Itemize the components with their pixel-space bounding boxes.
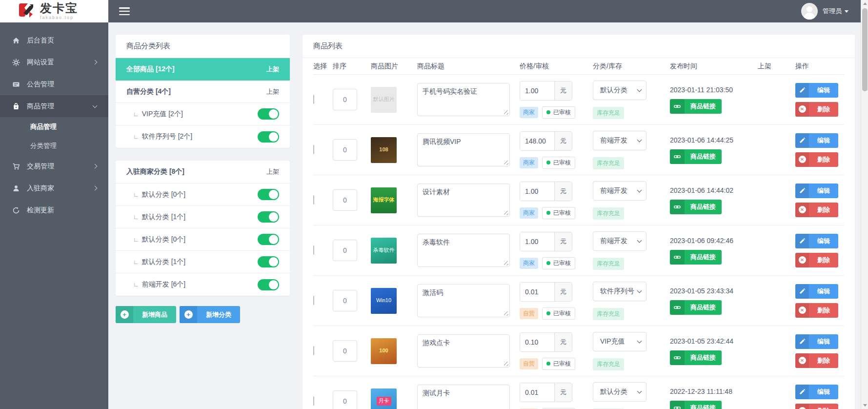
- sidebar-item-merchants[interactable]: 入驻商家: [0, 177, 108, 199]
- sidebar-subitem-product-management[interactable]: 商品管理: [0, 117, 108, 136]
- price-input[interactable]: [520, 232, 554, 251]
- sidebar-subitem-category-management[interactable]: 分类管理: [0, 136, 108, 155]
- product-thumbnail[interactable]: 默认图片: [371, 87, 397, 113]
- product-link-button[interactable]: 商品链接: [670, 149, 722, 164]
- category-select[interactable]: 软件序列号: [593, 282, 646, 301]
- sort-input[interactable]: [333, 240, 357, 261]
- resize-grip[interactable]: [504, 362, 508, 366]
- delete-button[interactable]: ✕ 删除: [795, 303, 838, 318]
- resize-grip[interactable]: [504, 211, 508, 215]
- title-textarea[interactable]: 游戏点卡: [417, 334, 510, 368]
- scrollbar-thumb[interactable]: [862, 8, 868, 91]
- edit-button[interactable]: 编辑: [795, 334, 838, 349]
- price-input[interactable]: [520, 82, 554, 100]
- category-toggle[interactable]: [258, 279, 279, 290]
- category-select[interactable]: 默认分类: [593, 81, 646, 100]
- scroll-up-icon[interactable]: [861, 0, 868, 7]
- product-thumbnail[interactable]: Win10: [371, 288, 397, 314]
- sidebar-item-trade-management[interactable]: 交易管理: [0, 155, 108, 177]
- sort-input[interactable]: [333, 89, 357, 110]
- delete-button[interactable]: ✕ 删除: [795, 102, 838, 117]
- category-select[interactable]: 前端开发: [593, 231, 646, 251]
- price-input[interactable]: [520, 132, 554, 150]
- product-thumbnail[interactable]: 月卡: [371, 389, 397, 409]
- price-input[interactable]: [520, 383, 554, 402]
- sidebar-item-site-settings[interactable]: 网站设置: [0, 51, 108, 73]
- category-toggle[interactable]: [258, 189, 279, 200]
- edit-button[interactable]: 编辑: [795, 284, 838, 299]
- category-toggle[interactable]: [258, 256, 279, 267]
- sort-input[interactable]: [333, 290, 357, 311]
- product-thumbnail[interactable]: 108: [371, 137, 397, 163]
- title-textarea[interactable]: 腾讯视频VIP: [417, 133, 510, 166]
- product-thumbnail[interactable]: 100: [371, 338, 397, 364]
- category-select[interactable]: 前端开发: [593, 181, 646, 201]
- title-textarea[interactable]: 测试月卡: [417, 385, 510, 409]
- delete-button[interactable]: ✕ 删除: [795, 152, 838, 167]
- category-toggle[interactable]: [258, 108, 279, 120]
- row-checkbox[interactable]: [313, 396, 314, 406]
- delete-button[interactable]: ✕ 删除: [795, 353, 838, 368]
- title-textarea[interactable]: 设计素材: [417, 184, 510, 217]
- category-row-child[interactable]: ∟ VIP充值 [2个]: [116, 103, 290, 125]
- category-row-child[interactable]: ∟ 默认分类 [0个]: [116, 228, 290, 251]
- row-checkbox[interactable]: [313, 296, 314, 305]
- category-row-child[interactable]: ∟ 默认分类 [1个]: [116, 251, 290, 273]
- category-row-child[interactable]: ∟ 前端开发 [6个]: [116, 273, 290, 296]
- resize-grip[interactable]: [504, 311, 508, 316]
- category-row-self-group[interactable]: 自营分类 [4个] 上架: [116, 81, 290, 103]
- category-row-all[interactable]: 全部商品 [12个] 上架: [116, 58, 290, 81]
- title-textarea[interactable]: 杀毒软件: [417, 234, 510, 267]
- product-link-button[interactable]: 商品链接: [670, 250, 722, 265]
- category-select[interactable]: 默认分类: [593, 382, 646, 402]
- edit-button[interactable]: 编辑: [795, 133, 838, 148]
- sort-input[interactable]: [333, 340, 357, 362]
- product-link-button[interactable]: 商品链接: [670, 350, 722, 365]
- category-select[interactable]: 前端开发: [593, 131, 646, 150]
- edit-button[interactable]: 编辑: [795, 385, 838, 399]
- add-product-button[interactable]: + 新增商品: [116, 306, 176, 323]
- add-category-button[interactable]: + 新增分类: [180, 306, 240, 323]
- price-input[interactable]: [520, 283, 554, 301]
- edit-button[interactable]: 编辑: [795, 184, 838, 198]
- category-row-child[interactable]: ∟ 软件序列号 [2个]: [116, 125, 290, 148]
- product-link-button[interactable]: 商品链接: [670, 200, 722, 214]
- price-input[interactable]: [520, 333, 554, 351]
- category-row-merchant-group[interactable]: 入驻商家分类 [8个] 上架: [116, 161, 290, 184]
- product-thumbnail[interactable]: 海报字体: [371, 187, 397, 213]
- product-link-button[interactable]: 商品链接: [670, 99, 722, 114]
- row-checkbox[interactable]: [313, 346, 314, 355]
- category-toggle[interactable]: [258, 211, 279, 223]
- product-thumbnail[interactable]: 杀毒软件: [371, 238, 397, 264]
- sort-input[interactable]: [333, 139, 357, 161]
- category-toggle[interactable]: [258, 234, 279, 245]
- price-input[interactable]: [520, 182, 554, 201]
- category-select[interactable]: VIP充值: [593, 332, 646, 351]
- sort-input[interactable]: [333, 390, 357, 409]
- category-row-child[interactable]: ∟ 默认分类 [1个]: [116, 206, 290, 228]
- resize-grip[interactable]: [504, 161, 508, 165]
- scroll-down-icon[interactable]: [861, 402, 868, 409]
- avatar[interactable]: [801, 3, 818, 20]
- sidebar-item-check-update[interactable]: 检测更新: [0, 199, 108, 221]
- admin-dropdown[interactable]: 管理员: [823, 7, 848, 16]
- sidebar-item-announcements[interactable]: 公告管理: [0, 73, 108, 95]
- edit-button[interactable]: 编辑: [795, 83, 838, 98]
- sidebar-item-dashboard[interactable]: 后台首页: [0, 29, 108, 51]
- title-textarea[interactable]: 手机号码实名验证: [417, 83, 510, 116]
- sidebar-item-product-management[interactable]: 商品管理: [0, 95, 108, 117]
- product-link-button[interactable]: 商品链接: [670, 300, 722, 315]
- page-scrollbar[interactable]: [861, 0, 868, 409]
- delete-button[interactable]: ✕ 删除: [795, 253, 838, 267]
- delete-button[interactable]: ✕ 删除: [795, 404, 838, 409]
- logo[interactable]: 发卡宝 fakabao.top: [0, 0, 108, 22]
- category-toggle[interactable]: [258, 131, 279, 143]
- category-row-child[interactable]: ∟ 默认分类 [0个]: [116, 184, 290, 206]
- row-checkbox[interactable]: [313, 145, 314, 154]
- resize-grip[interactable]: [504, 261, 508, 266]
- row-checkbox[interactable]: [313, 245, 314, 255]
- title-textarea[interactable]: 激活码: [417, 284, 510, 317]
- menu-collapse-icon[interactable]: [119, 7, 130, 15]
- row-checkbox[interactable]: [313, 195, 314, 204]
- resize-grip[interactable]: [504, 110, 508, 115]
